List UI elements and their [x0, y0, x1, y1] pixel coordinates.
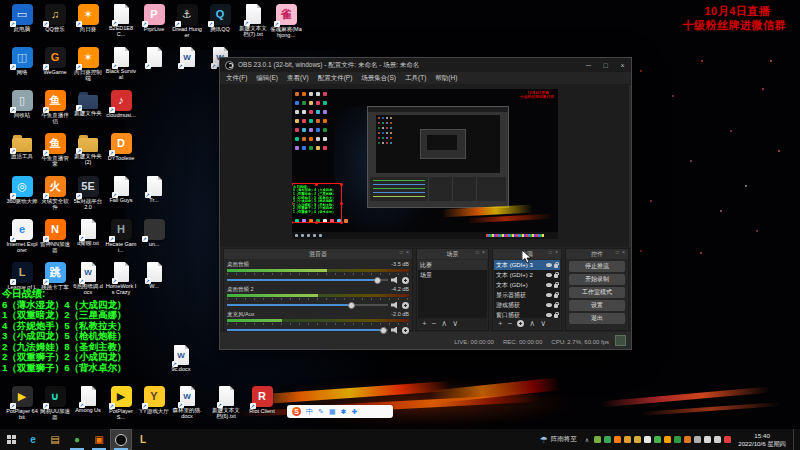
desktop-icon-activation-tool[interactable]: ↗激活工具 — [6, 133, 38, 159]
move-up-button[interactable]: ∧ — [441, 319, 447, 328]
desktop-icon-douyu-companion[interactable]: 鱼↗斗鱼直播伴侣 — [39, 90, 71, 124]
volume-slider-handle[interactable] — [348, 302, 355, 309]
visibility-eye-icon[interactable] — [546, 263, 552, 267]
desktop-icon-qq-music[interactable]: ♫↗QQ音乐 — [39, 4, 71, 32]
visibility-eye-icon[interactable] — [546, 313, 552, 317]
desktop-icon-riot-client[interactable]: R↗Riot Client — [246, 386, 278, 414]
menu-item-2[interactable]: 编辑(E) — [256, 74, 278, 83]
desktop-icon-black-survival[interactable]: ↗Black Survival — [105, 47, 137, 80]
obs-preview-screen-capture[interactable]: 今日战绩:6（薄水湿龙）4（大成四龙）1（双重暗龙）2（三星高娜）4（芬妮炮手）… — [292, 89, 558, 239]
taskbar-douyu[interactable]: ▣ — [88, 429, 110, 450]
volume-slider[interactable] — [227, 304, 388, 306]
scenes-panel-header[interactable]: 场景 □ × — [417, 249, 488, 259]
sogou-logo-icon[interactable]: S — [292, 407, 301, 416]
controls-panel-header[interactable]: 控件 □ × — [566, 249, 628, 259]
taskbar-lol-client[interactable]: L — [132, 429, 154, 450]
sogou-tool-icon-1[interactable]: 中 — [306, 408, 313, 415]
desktop-icon-w-doc[interactable]: ↗W... — [138, 262, 170, 289]
desktop-icon-fall-guys[interactable]: ↗Fall Guys — [105, 176, 137, 203]
scene-item-1[interactable]: 比赛 — [418, 260, 487, 270]
desktop-icon-network[interactable]: ◫↗网络 — [6, 47, 38, 75]
desktop-icon-this-pc[interactable]: ▭↗此电脑 — [6, 4, 38, 32]
remove-source-button[interactable]: − — [508, 319, 513, 328]
desktop-icon-internet-explorer[interactable]: e↗Internet Explorer — [6, 219, 38, 253]
panel-header-buttons[interactable]: □ × — [549, 249, 559, 255]
maximize-button[interactable]: □ — [597, 58, 614, 72]
source-item-6[interactable]: 窗口捕获 — [494, 310, 560, 318]
desktop-icon-huorong-security[interactable]: 火↗火绒安全软件 — [39, 176, 71, 210]
visibility-eye-icon[interactable] — [546, 293, 552, 297]
panel-header-buttons[interactable]: □ × — [616, 249, 626, 255]
mixer-panel-header[interactable]: 混音器 □ × — [224, 249, 412, 259]
selection-handle[interactable] — [340, 202, 343, 205]
selection-handle[interactable] — [292, 183, 293, 186]
tray-red-icon[interactable] — [724, 436, 731, 443]
channel-settings-gear-icon[interactable] — [402, 302, 409, 309]
move-down-button[interactable]: ∨ — [452, 319, 458, 328]
show-desktop-button[interactable] — [793, 429, 797, 450]
sogou-tool-icon-2[interactable]: ✎ — [318, 408, 324, 415]
visibility-eye-icon[interactable] — [546, 283, 552, 287]
weather-widget[interactable]: ☂ 阵雨将至 — [540, 435, 577, 445]
tray-green-leaf-icon[interactable] — [594, 436, 601, 443]
desktop-icon-new-folder-2[interactable]: ↗新建文件夹(2) — [72, 133, 104, 165]
desktop-icon-new-folder[interactable]: ↗新建文件夹 — [72, 90, 104, 116]
sogou-tool-icon-4[interactable]: ✱ — [341, 408, 347, 415]
sogou-input-toolbar[interactable]: S 中✎▦✱✚ — [287, 405, 393, 418]
taskbar-obs[interactable] — [110, 429, 132, 450]
desktop-icon-kart-rider[interactable]: 跳↗跳跳卡丁车 — [39, 262, 71, 290]
desktop-icon-potplayer-64[interactable]: ▶↗PotPlayer 64 bit — [6, 386, 38, 420]
volume-slider[interactable] — [227, 329, 388, 331]
lock-icon[interactable] — [554, 304, 558, 308]
desktop-icon-doc-word-1[interactable]: ↗ — [171, 47, 203, 68]
close-button[interactable]: × — [614, 58, 631, 72]
speaker-icon[interactable] — [391, 327, 399, 334]
menu-item-7[interactable]: 帮助(H) — [435, 74, 457, 83]
tray-mic-icon[interactable] — [644, 436, 651, 443]
tray-volume-icon[interactable] — [714, 436, 721, 443]
desktop-icon-new-text-doc-6[interactable]: ↗新建文本文档(6).txt — [210, 386, 242, 419]
source-item-5[interactable]: 游戏捕获 — [494, 300, 560, 310]
obs-title-bar[interactable]: OBS 23.0.1 (32-bit, windows) - 配置文件: 未命名… — [220, 58, 631, 72]
tray-green-shield-icon[interactable] — [674, 436, 681, 443]
taskbar-start[interactable] — [0, 429, 22, 450]
desktop-icon-potplayer-s[interactable]: ▶↗PotPlayerS... — [105, 386, 137, 420]
desktop-icon-tr-doc[interactable]: ↗Tr... — [138, 176, 170, 203]
visibility-eye-icon[interactable] — [546, 303, 552, 307]
visibility-eye-icon[interactable] — [546, 273, 552, 277]
desktop-icon-new-text-doc-7[interactable]: ↗新建文本文档(7).txt — [237, 4, 269, 37]
volume-slider-handle[interactable] — [374, 277, 381, 284]
desktop-icon-among-us[interactable]: ↗Among Us — [72, 386, 104, 413]
tray-orange-box-icon[interactable] — [684, 436, 691, 443]
channel-settings-gear-icon[interactable] — [402, 327, 409, 334]
speaker-icon[interactable] — [391, 302, 399, 309]
minimize-button[interactable]: ─ — [580, 58, 597, 72]
sogou-tool-icon-3[interactable]: ▦ — [329, 408, 336, 415]
volume-slider-handle[interactable] — [380, 327, 387, 334]
selection-handle[interactable] — [315, 183, 318, 186]
menu-item-5[interactable]: 场景集合(S) — [361, 74, 396, 83]
lock-icon[interactable] — [554, 274, 558, 278]
taskbar-green-app[interactable]: ● — [66, 429, 88, 450]
tray-chat-icon[interactable] — [704, 436, 711, 443]
tray-folder-icon[interactable] — [624, 436, 631, 443]
obs-window[interactable]: OBS 23.0.1 (32-bit, windows) - 配置文件: 未命名… — [219, 57, 632, 350]
remove-scene-button[interactable]: − — [432, 319, 437, 328]
desktop-icon-leishen-nn[interactable]: N↗雷神NN加速器 — [39, 219, 71, 253]
taskbar-ie[interactable]: e — [22, 429, 44, 450]
desktop-icon-docx-9c[interactable]: ↗9c.docx — [165, 345, 197, 372]
selection-handle[interactable] — [315, 221, 318, 224]
tray-green-dot-icon[interactable] — [604, 436, 611, 443]
tray-clock-icon[interactable] — [694, 436, 701, 443]
lock-icon[interactable] — [554, 294, 558, 298]
desktop-icon-dread-hunger[interactable]: ⚓↗Dread Hunger — [171, 4, 203, 38]
lock-icon[interactable] — [554, 264, 558, 268]
menu-item-6[interactable]: 工具(T) — [405, 74, 426, 83]
selection-handle[interactable] — [292, 202, 293, 205]
add-source-button[interactable]: + — [498, 319, 503, 328]
tray-orange-fish-icon[interactable] — [614, 436, 621, 443]
speaker-icon[interactable] — [391, 277, 399, 284]
desktop-icon-cloudmusic[interactable]: ♪↗cloudmusi... — [105, 90, 137, 118]
desktop-icon-docx-forest-cat[interactable]: ↗森林里的猫.docx — [171, 386, 203, 419]
taskbar-explorer[interactable]: ▤ — [44, 429, 66, 450]
